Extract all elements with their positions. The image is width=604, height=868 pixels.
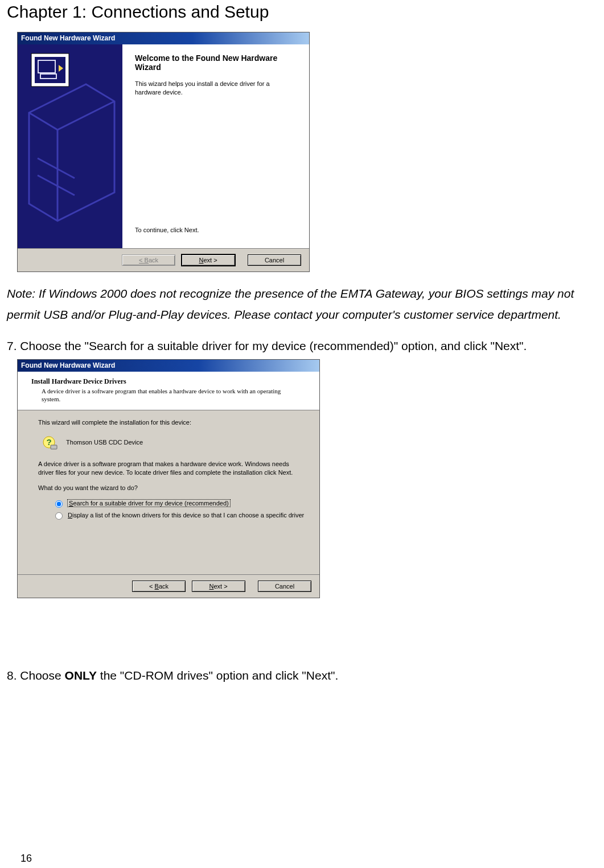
wizard-welcome-heading: Welcome to the Found New Hardware Wizard: [135, 54, 297, 72]
device-name: Thomson USB CDC Device: [66, 438, 143, 447]
next-button[interactable]: Next >: [182, 254, 235, 266]
wizard-titlebar: Found New Hardware Wizard: [18, 360, 319, 372]
step-8-post: the "CD-ROM drives" option and click "Ne…: [97, 669, 338, 682]
wizard-button-bar: < Back Next > Cancel: [18, 248, 309, 271]
back-button[interactable]: < Back: [132, 581, 186, 592]
wizard-continue-text: To continue, click Next.: [135, 227, 199, 233]
wizard-explain-text: A device driver is a software program th…: [38, 460, 300, 477]
radio-display-list-label[interactable]: Display a list of the known drivers for …: [68, 511, 304, 520]
svg-rect-7: [51, 445, 57, 449]
wizard-welcome-text: This wizard helps you install a device d…: [135, 80, 297, 97]
wizard-prompt-text: What do you want the wizard to do?: [38, 484, 306, 492]
radio-search-driver-label[interactable]: Search for a suitable driver for my devi…: [68, 499, 230, 508]
step-8-bold: ONLY: [65, 669, 97, 682]
chapter-title: Chapter 1: Connections and Setup: [7, 2, 594, 22]
note-text: Note: If Windows 2000 does not recognize…: [7, 283, 594, 326]
wizard-button-bar: < Back Next > Cancel: [18, 574, 319, 598]
unknown-device-icon: ?: [43, 436, 57, 453]
wizard-install-drivers-dialog: Found New Hardware Wizard Install Hardwa…: [17, 359, 320, 598]
wizard-welcome-dialog: Found New Hardware Wizard: [17, 32, 310, 272]
wizard-header-subtitle: A device driver is a software program th…: [42, 387, 298, 403]
step-8-pre: 8. Choose: [7, 669, 65, 682]
wizard-titlebar: Found New Hardware Wizard: [18, 32, 309, 44]
radio-search-driver[interactable]: [55, 500, 63, 508]
wizard-intro-text: This wizard will complete the installati…: [38, 418, 306, 427]
back-button: < Back: [122, 254, 175, 266]
cancel-button[interactable]: Cancel: [248, 254, 301, 266]
radio-display-list[interactable]: [55, 512, 63, 520]
page-number: 16: [20, 853, 32, 865]
cancel-button[interactable]: Cancel: [258, 581, 311, 592]
next-button[interactable]: Next >: [192, 581, 245, 592]
wizard-sidebar-graphic: [18, 44, 122, 248]
step-7: 7. Choose the "Search for a suitable dri…: [7, 336, 594, 356]
wizard-header-title: Install Hardware Device Drivers: [31, 377, 308, 386]
step-8: 8. Choose ONLY the "CD-ROM drives" optio…: [7, 665, 594, 686]
